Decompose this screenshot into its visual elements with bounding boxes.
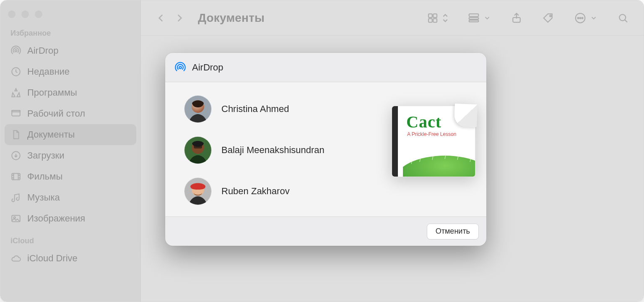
sidebar-item-label: Музыка bbox=[27, 192, 130, 203]
sidebar-item-icloud-drive[interactable]: iCloud Drive bbox=[5, 248, 136, 269]
svg-rect-10 bbox=[428, 18, 432, 22]
svg-point-20 bbox=[582, 17, 583, 18]
sidebar-item-label: Недавние bbox=[27, 66, 130, 77]
airdrop-icon bbox=[10, 45, 21, 56]
traffic-lights bbox=[5, 6, 136, 29]
cloud-icon bbox=[10, 253, 21, 264]
image-icon bbox=[10, 213, 21, 224]
sidebar-item-label: Программы bbox=[27, 87, 130, 98]
sidebar-item-label: AirDrop bbox=[27, 45, 130, 56]
sidebar-item-label: Фильмы bbox=[27, 171, 130, 182]
actions-button[interactable] bbox=[574, 12, 597, 24]
svg-rect-13 bbox=[469, 17, 479, 19]
svg-point-30 bbox=[403, 156, 475, 177]
svg-point-19 bbox=[580, 17, 581, 18]
airdrop-icon bbox=[174, 62, 186, 73]
chevron-down-icon bbox=[590, 14, 597, 22]
film-icon bbox=[10, 171, 21, 182]
sidebar-item-airdrop[interactable]: AirDrop bbox=[5, 40, 136, 61]
people-list: Christina Ahmed Balaji Meenakshisundran … bbox=[184, 93, 382, 205]
stack-icon bbox=[467, 12, 480, 24]
sidebar-item-desktop[interactable]: Рабочий стол bbox=[5, 103, 136, 124]
svg-rect-5 bbox=[12, 173, 20, 180]
updown-icon bbox=[442, 13, 448, 23]
back-button[interactable] bbox=[155, 12, 167, 24]
airdrop-person-name: Ruben Zakharov bbox=[221, 186, 290, 197]
avatar bbox=[184, 178, 211, 205]
svg-rect-14 bbox=[469, 20, 479, 22]
group-by-button[interactable] bbox=[467, 12, 491, 24]
preview-subtitle: A Prickle-Free Lesson bbox=[407, 131, 456, 137]
sidebar-item-applications[interactable]: Программы bbox=[5, 82, 136, 103]
airdrop-person[interactable]: Ruben Zakharov bbox=[184, 178, 382, 205]
toolbar: Документы bbox=[141, 0, 644, 36]
search-button[interactable] bbox=[617, 12, 629, 24]
sidebar-item-music[interactable]: Музыка bbox=[5, 187, 136, 208]
tags-button[interactable] bbox=[542, 12, 555, 24]
svg-point-21 bbox=[619, 14, 626, 21]
sidebar-item-recents[interactable]: Недавние bbox=[5, 61, 136, 82]
modal-title: AirDrop bbox=[192, 62, 223, 73]
avatar bbox=[184, 137, 211, 164]
window-title: Документы bbox=[198, 11, 265, 25]
svg-rect-3 bbox=[12, 110, 20, 112]
cancel-button[interactable]: Отменить bbox=[427, 224, 479, 240]
svg-rect-11 bbox=[433, 18, 437, 22]
sidebar-item-label: Рабочий стол bbox=[27, 108, 130, 119]
sidebar: Избранное AirDrop Недавние Программы bbox=[0, 0, 141, 302]
page-curl-icon bbox=[454, 104, 478, 127]
apps-icon bbox=[10, 87, 21, 98]
desktop-icon bbox=[10, 108, 21, 119]
modal-header: AirDrop bbox=[165, 53, 486, 82]
modal-body: Christina Ahmed Balaji Meenakshisundran … bbox=[165, 82, 486, 216]
minimize-window-button[interactable] bbox=[21, 10, 29, 18]
airdrop-modal: AirDrop Christina Ahmed Balaji Meenakshi… bbox=[165, 53, 486, 246]
sidebar-item-documents[interactable]: Документы bbox=[5, 124, 136, 145]
share-preview: Cact A Prickle-Free Lesson bbox=[392, 106, 475, 177]
sidebar-section-title: iCloud bbox=[5, 237, 136, 248]
grid-icon bbox=[426, 12, 439, 24]
airdrop-person-name: Balaji Meenakshisundran bbox=[221, 145, 325, 156]
svg-rect-12 bbox=[469, 14, 479, 16]
sidebar-item-movies[interactable]: Фильмы bbox=[5, 166, 136, 187]
avatar bbox=[184, 96, 211, 122]
sidebar-item-label: Загрузки bbox=[27, 150, 130, 161]
airdrop-person[interactable]: Balaji Meenakshisundran bbox=[184, 137, 382, 164]
document-icon bbox=[10, 129, 21, 140]
sidebar-section-title: Избранное bbox=[5, 29, 136, 40]
sidebar-item-label: iCloud Drive bbox=[27, 253, 130, 264]
view-mode-button[interactable] bbox=[426, 12, 448, 24]
forward-button[interactable] bbox=[174, 12, 185, 24]
chevron-down-icon bbox=[483, 14, 491, 22]
preview-title: Cact bbox=[406, 112, 441, 132]
svg-point-16 bbox=[550, 15, 551, 17]
sidebar-item-label: Документы bbox=[27, 129, 130, 140]
sidebar-item-downloads[interactable]: Загрузки bbox=[5, 145, 136, 166]
music-icon bbox=[10, 192, 21, 203]
zoom-window-button[interactable] bbox=[35, 10, 42, 18]
svg-point-0 bbox=[15, 50, 17, 52]
modal-footer: Отменить bbox=[165, 216, 486, 246]
airdrop-person[interactable]: Christina Ahmed bbox=[184, 96, 382, 122]
svg-rect-2 bbox=[12, 110, 20, 116]
svg-point-18 bbox=[578, 17, 579, 18]
sidebar-item-pictures[interactable]: Изображения bbox=[5, 208, 136, 229]
clock-icon bbox=[10, 66, 21, 77]
svg-rect-8 bbox=[428, 14, 432, 18]
svg-point-22 bbox=[179, 66, 181, 68]
close-window-button[interactable] bbox=[8, 10, 16, 18]
more-icon bbox=[574, 12, 587, 24]
sidebar-item-label: Изображения bbox=[27, 213, 130, 224]
svg-rect-9 bbox=[433, 14, 437, 18]
download-icon bbox=[10, 150, 21, 161]
share-button[interactable] bbox=[510, 12, 523, 24]
airdrop-person-name: Christina Ahmed bbox=[221, 104, 289, 115]
